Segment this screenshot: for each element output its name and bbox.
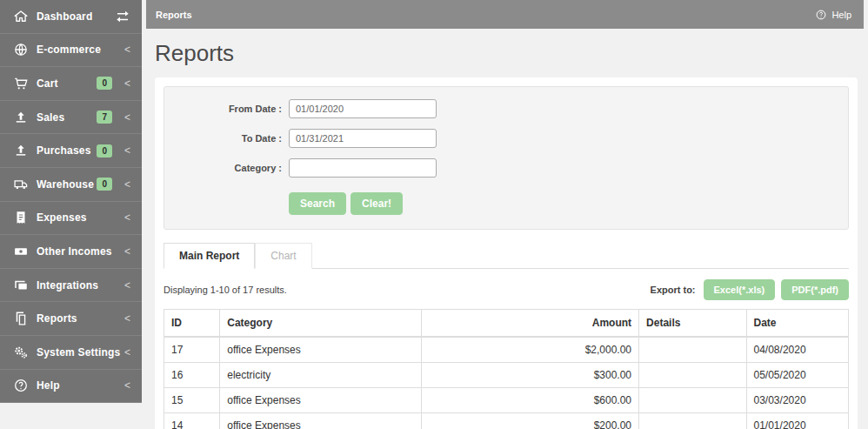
topbar: Reports Help <box>146 0 864 29</box>
page-title: Reports <box>146 29 868 77</box>
topbar-help-link[interactable]: Help <box>815 9 851 21</box>
cell-date: 05/05/2020 <box>746 363 848 388</box>
export-excel-button[interactable]: Excel(*.xls) <box>704 279 776 300</box>
table-row: 16electricity$300.0005/05/2020 <box>164 363 849 388</box>
to-date-input[interactable] <box>289 129 437 148</box>
cell-date: 04/08/2020 <box>746 337 848 363</box>
devices-icon <box>13 278 29 293</box>
banknote-icon <box>13 244 29 259</box>
chevron-left-icon: < <box>124 279 130 292</box>
chevron-left-icon: < <box>124 111 130 124</box>
report-tabs: Main ReportChart <box>164 243 849 269</box>
filter-panel: From Date : To Date : Category : Search … <box>164 86 849 230</box>
tab-chart[interactable]: Chart <box>255 243 311 269</box>
chevron-left-icon: < <box>124 211 130 224</box>
to-date-label: To Date : <box>164 133 282 144</box>
sidebar-item-other-incomes[interactable]: Other Incomes< <box>0 235 142 269</box>
sidebar-item-label: System Settings <box>37 346 124 359</box>
cell-date: 03/03/2020 <box>746 388 848 413</box>
cell-id: 14 <box>164 413 220 429</box>
sidebar-item-reports[interactable]: Reports< <box>0 302 142 336</box>
table-header-row: IDCategoryAmountDetailsDate <box>164 310 849 338</box>
sidebar-item-label: Warehouse <box>37 178 97 191</box>
chevron-left-icon: < <box>124 77 130 90</box>
count-badge: 0 <box>97 77 112 90</box>
sidebar-item-integrations[interactable]: Integrations< <box>0 269 142 303</box>
filter-buttons: Search Clear! <box>289 192 848 215</box>
category-label: Category : <box>164 163 282 173</box>
swap-arrows-icon <box>115 9 130 24</box>
upload-icon <box>13 110 29 125</box>
export-pdf-button[interactable]: PDF(*.pdf) <box>781 279 849 300</box>
search-button[interactable]: Search <box>289 192 346 215</box>
cell-details <box>639 363 746 388</box>
sidebar-item-label: Reports <box>37 312 124 325</box>
sidebar-item-label: Integrations <box>37 279 124 292</box>
export-to-label: Export to: <box>651 285 696 295</box>
filter-row-from-date: From Date : <box>164 99 848 118</box>
chevron-left-icon: < <box>124 178 130 191</box>
table-row: 14office Expenses$200.0001/01/2020 <box>164 413 849 429</box>
sidebar-item-label: E-commerce <box>37 44 124 56</box>
chevron-left-icon: < <box>124 312 130 325</box>
truck-icon <box>13 177 29 192</box>
tab-main-report[interactable]: Main Report <box>164 243 255 269</box>
sidebar: DashboardE-commerce<Cart0<Sales7<Purchas… <box>0 0 142 429</box>
column-header-date: Date <box>746 310 848 338</box>
breadcrumb: Reports <box>156 10 192 20</box>
content-card: From Date : To Date : Category : Search … <box>155 77 858 429</box>
sidebar-item-dashboard[interactable]: Dashboard <box>0 0 142 34</box>
cell-amount: $600.00 <box>422 388 639 413</box>
cell-category: office Expenses <box>220 388 422 413</box>
category-input[interactable] <box>289 158 437 178</box>
chevron-left-icon: < <box>124 245 130 258</box>
cell-category: electricity <box>220 363 422 388</box>
sidebar-item-e-commerce[interactable]: E-commerce< <box>0 34 142 68</box>
table-row: 15office Expenses$600.0003/03/2020 <box>164 388 849 413</box>
cell-id: 17 <box>164 337 220 363</box>
cell-amount: $300.00 <box>422 363 639 388</box>
sidebar-item-sales[interactable]: Sales7< <box>0 101 142 135</box>
from-date-label: From Date : <box>164 104 282 114</box>
cell-details <box>639 413 746 429</box>
sidebar-item-system-settings[interactable]: System Settings< <box>0 336 142 370</box>
cell-details <box>639 388 746 413</box>
main-content: Reports Help Reports From Date : To Date… <box>146 0 868 429</box>
gears-icon <box>13 345 29 360</box>
upload-icon <box>13 143 29 158</box>
sidebar-item-warehouse[interactable]: Warehouse0< <box>0 168 142 202</box>
column-header-amount: Amount <box>422 310 639 338</box>
home-icon <box>13 9 29 24</box>
cell-category: office Expenses <box>220 413 422 429</box>
sidebar-item-label: Cart <box>37 77 97 90</box>
cell-amount: $200.00 <box>422 413 639 429</box>
sidebar-item-label: Purchases <box>37 144 97 157</box>
count-badge: 7 <box>97 111 112 124</box>
table-row: 17office Expenses$2,000.0004/08/2020 <box>164 337 849 363</box>
topbar-help-label: Help <box>831 10 851 20</box>
column-header-id: ID <box>164 310 220 338</box>
sidebar-item-purchases[interactable]: Purchases0< <box>0 134 142 168</box>
clear-button[interactable]: Clear! <box>351 192 403 215</box>
report-table: IDCategoryAmountDetailsDate17office Expe… <box>164 309 849 429</box>
results-summary: Displaying 1-10 of 17 results. <box>164 285 287 295</box>
sidebar-item-label: Help <box>37 379 124 392</box>
cell-category: office Expenses <box>220 337 422 363</box>
cell-id: 15 <box>164 388 220 413</box>
sidebar-item-cart[interactable]: Cart0< <box>0 67 142 101</box>
sidebar-item-help[interactable]: Help< <box>0 370 142 404</box>
chevron-left-icon: < <box>124 379 130 392</box>
globe-icon <box>13 42 29 57</box>
sidebar-item-expenses[interactable]: Expenses< <box>0 202 142 236</box>
chevron-left-icon: < <box>124 346 130 359</box>
sidebar-item-label: Sales <box>37 111 97 124</box>
from-date-input[interactable] <box>289 99 437 118</box>
help-icon <box>13 378 29 393</box>
cell-details <box>639 337 746 363</box>
results-row: Displaying 1-10 of 17 results. Export to… <box>164 279 849 300</box>
cart-icon <box>13 76 29 91</box>
chevron-left-icon: < <box>124 44 130 56</box>
app-window: DashboardE-commerce<Cart0<Sales7<Purchas… <box>0 0 868 429</box>
column-header-category: Category <box>220 310 422 338</box>
help-icon <box>815 9 827 21</box>
